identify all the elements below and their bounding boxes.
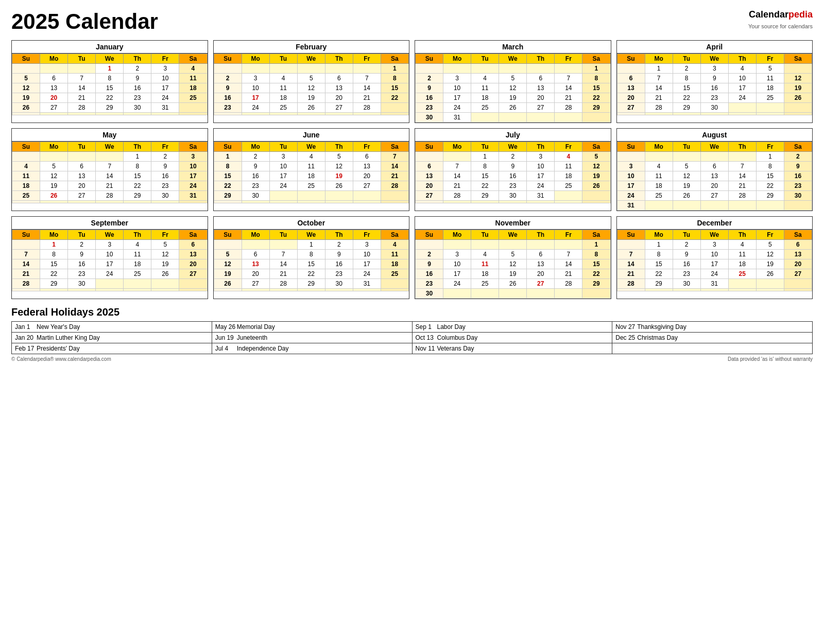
day-header-sa: Sa <box>784 142 812 152</box>
calendar-cell: 20 <box>179 259 207 269</box>
calendar-cell <box>297 113 325 115</box>
calendar-cell: 13 <box>784 250 812 259</box>
day-header-fr: Fr <box>151 54 179 64</box>
day-header-mo: Mo <box>242 230 269 240</box>
day-header-mo: Mo <box>443 142 471 152</box>
holiday-date: Dec 25 <box>615 334 637 341</box>
calendar-cell <box>756 279 784 289</box>
calendar-cell: 11 <box>269 83 297 93</box>
calendar-cell: 7 <box>728 162 756 171</box>
day-header-sa: Sa <box>179 54 207 64</box>
day-header-mo: Mo <box>645 230 673 240</box>
calendar-cell: 2 <box>416 74 443 83</box>
calendar-cell: 15 <box>297 259 325 269</box>
calendar-cell: 18 <box>179 83 207 93</box>
calendar-cell: 30 <box>325 279 353 289</box>
calendar-cell: 8 <box>582 250 610 259</box>
calendar-cell: 28 <box>617 279 645 289</box>
calendar-cell: 24 <box>179 181 207 191</box>
calendar-cell: 19 <box>151 259 179 269</box>
calendar-cell <box>582 113 610 123</box>
month-title: March <box>415 41 611 54</box>
calendar-cell <box>68 113 96 115</box>
calendar-cell: 5 <box>499 250 527 259</box>
calendar-cell: 5 <box>297 74 325 83</box>
calendar-cell: 27 <box>179 269 207 279</box>
calendar-cell <box>555 113 582 123</box>
calendar-cell <box>269 201 297 203</box>
calendar-cell: 23 <box>68 269 96 279</box>
calendar-cell: 15 <box>645 259 673 269</box>
month-table: SuMoTuWeThFrSa12345678910111213141516171… <box>415 54 611 123</box>
calendar-cell: 25 <box>645 191 673 201</box>
calendar-cell: 24 <box>242 103 269 113</box>
calendar-cell <box>499 289 527 299</box>
day-header-we: We <box>297 142 325 152</box>
calendar-cell <box>96 113 124 115</box>
calendar-cell: 12 <box>673 171 700 181</box>
calendar-cell: 18 <box>728 259 756 269</box>
calendar-cell: 15 <box>96 83 124 93</box>
calendar-cell <box>214 64 242 74</box>
calendar-cell: 2 <box>673 240 700 250</box>
calendar-cell: 15 <box>124 171 151 181</box>
calendar-cell: 5 <box>40 162 68 171</box>
calendar-cell: 1 <box>471 152 499 162</box>
calendar-cell: 18 <box>297 171 325 181</box>
month-january: JanuarySuMoTuWeThFrSa1234567891011121314… <box>11 40 208 123</box>
calendar-cell: 27 <box>353 181 381 191</box>
calendar-cell: 12 <box>12 83 40 93</box>
calendar-cell: 20 <box>353 171 381 181</box>
calendar-cell: 2 <box>416 250 443 259</box>
calendar-cell: 30 <box>68 279 96 289</box>
calendar-cell: 23 <box>673 269 700 279</box>
day-header-su: Su <box>214 54 242 64</box>
day-header-su: Su <box>214 142 242 152</box>
day-header-th: Th <box>325 230 353 240</box>
day-header-mo: Mo <box>443 54 471 64</box>
calendar-cell: 25 <box>124 269 151 279</box>
calendar-cell: 1 <box>297 240 325 250</box>
calendar-cell <box>12 64 40 74</box>
day-header-fr: Fr <box>756 142 784 152</box>
calendar-cell: 4 <box>297 152 325 162</box>
calendar-cell: 9 <box>784 162 812 171</box>
calendar-cell: 17 <box>242 93 269 103</box>
calendar-cell: 30 <box>700 103 728 113</box>
calendar-cell: 14 <box>269 259 297 269</box>
calendar-cell <box>673 201 700 211</box>
month-title: February <box>214 41 409 54</box>
calendar-cell: 13 <box>416 171 443 181</box>
day-header-su: Su <box>214 230 242 240</box>
calendar-cell <box>12 201 40 203</box>
calendar-cell: 16 <box>416 269 443 279</box>
calendar-cell <box>96 279 124 289</box>
calendar-cell: 13 <box>700 171 728 181</box>
calendar-cell: 16 <box>784 171 812 181</box>
calendar-cell <box>269 113 297 115</box>
calendar-cell: 8 <box>381 74 408 83</box>
calendar-cell: 13 <box>353 162 381 171</box>
calendar-cell <box>499 201 527 203</box>
calendar-cell <box>700 113 728 115</box>
calendar-cell: 13 <box>179 250 207 259</box>
calendar-cell <box>242 289 269 291</box>
calendar-cell: 15 <box>582 83 610 93</box>
calendar-cell <box>353 113 381 115</box>
brand-subtitle: Your source for calendars <box>748 23 813 29</box>
calendar-cell: 17 <box>527 171 555 181</box>
calendar-cell: 25 <box>381 269 408 279</box>
calendar-cell: 6 <box>68 162 96 171</box>
calendar-cell <box>784 64 812 74</box>
holiday-name: Independence Day <box>237 345 289 352</box>
calendar-cell: 19 <box>582 171 610 181</box>
day-header-mo: Mo <box>645 54 673 64</box>
calendar-cell: 23 <box>499 181 527 191</box>
calendar-cell: 6 <box>700 162 728 171</box>
calendar-cell: 9 <box>673 250 700 259</box>
calendar-cell: 4 <box>269 74 297 83</box>
calendar-cell: 29 <box>582 103 610 113</box>
calendar-cell: 3 <box>242 74 269 83</box>
calendar-cell: 28 <box>96 191 124 201</box>
calendar-cell: 5 <box>214 250 242 259</box>
